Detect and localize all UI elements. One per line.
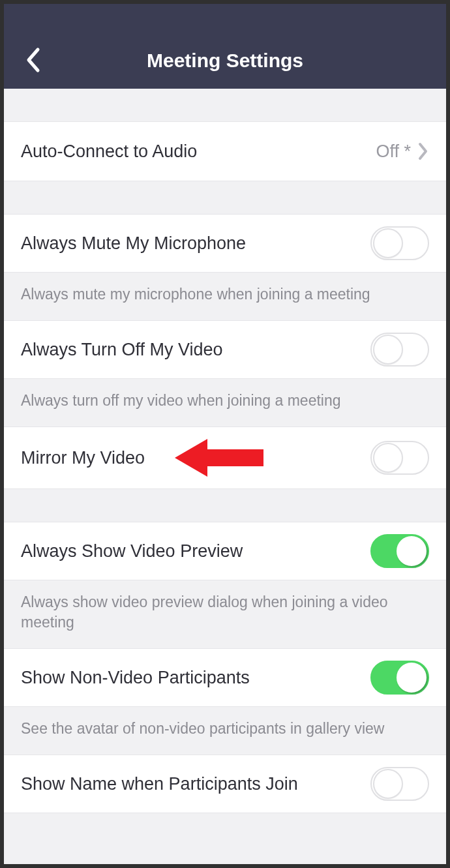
row-label: Show Non-Video Participants	[21, 668, 250, 688]
annotation-arrow-icon	[175, 435, 266, 481]
chevron-left-icon	[25, 47, 40, 73]
row-value: Off *	[376, 142, 411, 162]
row-label: Always Show Video Preview	[21, 541, 243, 561]
always-off-video-toggle[interactable]	[370, 333, 429, 367]
show-non-video-row[interactable]: Show Non-Video Participants	[4, 648, 446, 707]
row-label: Always Turn Off My Video	[21, 340, 223, 360]
always-mute-mic-toggle[interactable]	[370, 226, 429, 260]
show-preview-toggle[interactable]	[370, 534, 429, 568]
row-label: Show Name when Participants Join	[21, 774, 298, 794]
show-name-join-toggle[interactable]	[370, 767, 429, 801]
row-label: Auto-Connect to Audio	[21, 142, 197, 162]
always-mute-mic-row[interactable]: Always Mute My Microphone	[4, 214, 446, 273]
svg-marker-0	[175, 439, 263, 477]
row-description: Always show video preview dialog when jo…	[4, 580, 446, 648]
always-off-video-row[interactable]: Always Turn Off My Video	[4, 320, 446, 379]
row-description: Always turn off my video when joining a …	[4, 379, 446, 427]
row-label: Mirror My Video	[21, 448, 145, 468]
auto-connect-audio-row[interactable]: Auto-Connect to Audio Off *	[4, 121, 446, 181]
page-title: Meeting Settings	[4, 50, 446, 72]
row-description: See the avatar of non-video participants…	[4, 707, 446, 755]
header: Meeting Settings	[4, 4, 446, 89]
row-description: Always mute my microphone when joining a…	[4, 273, 446, 320]
show-name-join-row[interactable]: Show Name when Participants Join	[4, 755, 446, 813]
show-preview-row[interactable]: Always Show Video Preview	[4, 522, 446, 580]
mirror-video-row[interactable]: Mirror My Video	[4, 427, 446, 489]
row-label: Always Mute My Microphone	[21, 233, 246, 254]
mirror-video-toggle[interactable]	[370, 441, 429, 475]
show-non-video-toggle[interactable]	[370, 661, 429, 695]
back-button[interactable]	[18, 46, 47, 74]
chevron-right-icon	[417, 142, 429, 161]
